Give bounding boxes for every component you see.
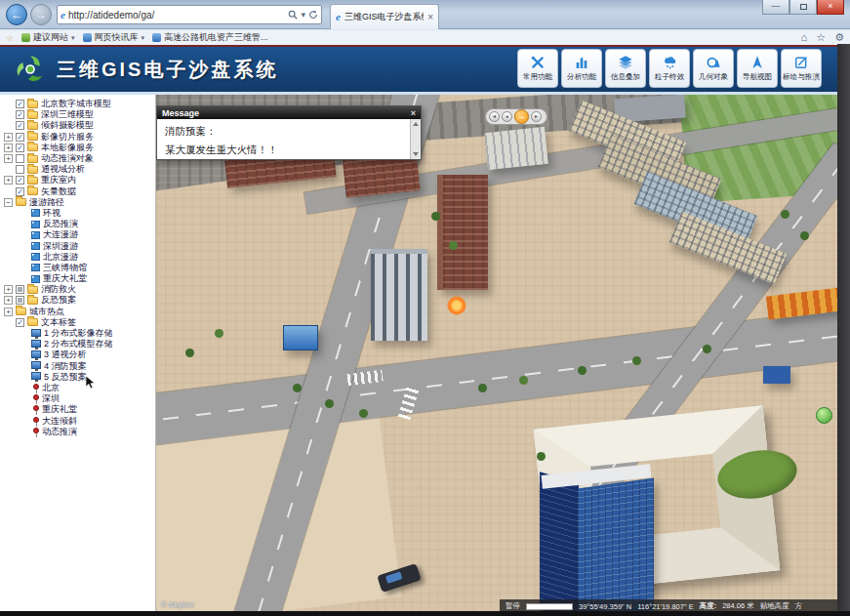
tree-item[interactable]: −漫游路径 [0, 197, 155, 208]
tree-expander-icon[interactable]: + [4, 154, 13, 163]
fire-effect [447, 296, 466, 315]
analysis-functions-button[interactable]: 分析功能 [561, 49, 602, 88]
tree-checkbox[interactable]: ✓ [16, 121, 24, 130]
tools-gear-icon[interactable]: ⚙ [834, 31, 844, 44]
address-bar[interactable]: e ▾ [57, 5, 322, 24]
tree-checkbox[interactable]: ✓ [16, 133, 24, 142]
close-button[interactable]: × [817, 0, 844, 15]
tree-checkbox[interactable] [16, 165, 24, 174]
previous-button[interactable]: ◄ [489, 111, 500, 122]
tree-checkbox[interactable] [16, 154, 24, 163]
maximize-button[interactable] [789, 0, 817, 15]
refresh-icon[interactable] [308, 10, 318, 20]
tree-item[interactable]: +反恐预案 [0, 295, 155, 306]
message-popup-titlebar[interactable]: Message × [157, 106, 421, 119]
tree-item[interactable]: +消防救火 [0, 284, 155, 295]
geometry-objects-button[interactable]: 几何对象 [693, 49, 734, 88]
common-functions-button[interactable]: 常用功能 [517, 49, 558, 88]
playback-control[interactable]: ◄ ● → ► [485, 108, 547, 125]
tree-item[interactable]: 通视域分析 [0, 164, 155, 175]
trees [293, 384, 302, 392]
favorite-highway-site[interactable]: 高速公路机电资产三维管... [152, 31, 268, 44]
tree-checkbox[interactable]: ✓ [16, 144, 24, 152]
favorite-webslice-gallery[interactable]: 网页快讯库 ▾ [83, 31, 145, 44]
address-dropdown-icon[interactable]: ▾ [301, 10, 305, 20]
folder-icon [27, 101, 38, 108]
monitor-icon [31, 372, 41, 380]
close-icon[interactable]: × [411, 108, 416, 118]
record-button[interactable]: ● [502, 111, 512, 122]
tree-checkbox[interactable] [16, 296, 24, 305]
message-line: 某大厦发生重大火情！！ [165, 141, 402, 159]
tree-item[interactable]: 深圳 [0, 393, 155, 404]
tree-item[interactable]: +城市热点 [0, 307, 155, 317]
map-3d-scene[interactable] [156, 95, 837, 612]
tree-item[interactable]: 重庆大礼堂 [0, 273, 155, 284]
back-button[interactable]: ← [6, 4, 27, 25]
tree-expander-icon[interactable]: − [4, 198, 13, 207]
pause-label[interactable]: 暂停 [506, 601, 520, 611]
navigation-view-button[interactable]: 导航视图 [737, 49, 778, 88]
tree-checkbox[interactable]: ✓ [16, 110, 24, 119]
play-button[interactable]: → [514, 109, 529, 124]
search-icon[interactable] [288, 10, 298, 20]
tree-item[interactable]: 重庆礼堂 [0, 404, 155, 415]
minimize-button[interactable]: — [762, 0, 789, 15]
tab-close-icon[interactable]: × [427, 12, 433, 22]
tree-expander-icon[interactable]: + [4, 144, 13, 152]
layers-icon [616, 55, 635, 70]
folder-icon [27, 177, 38, 185]
scroll-up-icon[interactable] [413, 122, 419, 126]
tree-checkbox[interactable]: ✓ [16, 318, 24, 327]
tree-item[interactable]: 动态推演 [0, 427, 155, 437]
path-icon [31, 242, 40, 250]
tree-checkbox[interactable]: ✓ [16, 100, 24, 108]
plot-deduction-button[interactable]: 标绘与推演 [781, 49, 822, 88]
info-overlay-button[interactable]: 信息叠加 [605, 49, 646, 88]
tree-checkbox[interactable] [16, 285, 24, 294]
tree-expander-spacer [4, 110, 13, 119]
plot-icon [791, 55, 811, 70]
tree-item[interactable]: 5 反恐预案 [0, 372, 155, 383]
tree-checkbox[interactable]: ✓ [16, 176, 24, 185]
map-viewport[interactable]: Message × 消防预案： 某大厦发生重大火情！！ ◄ ● → ► 暂停 3… [156, 95, 837, 612]
window-controls: — × [762, 0, 844, 15]
favorites-star-icon[interactable]: ☆ [6, 33, 14, 43]
particle-effects-button[interactable]: 粒子特效 [649, 49, 690, 88]
button-label: 导航视图 [743, 71, 772, 81]
tree-expander-spacer [20, 405, 28, 414]
browser-tab[interactable]: e 三维GIS电子沙盘系统 × [330, 4, 439, 29]
path-icon [31, 253, 40, 261]
favorite-suggested-sites[interactable]: 建议网站 ▾ [21, 31, 75, 44]
tree-expander-icon[interactable]: + [4, 296, 13, 305]
tree-checkbox[interactable]: ✓ [16, 187, 24, 196]
tree-expander-icon[interactable]: + [4, 133, 13, 142]
view-favorites-icon[interactable]: ☆ [816, 31, 826, 44]
tree-item[interactable]: +✓重庆室内 [0, 175, 155, 185]
pin-icon [33, 417, 39, 423]
tree-expander-spacer [20, 209, 28, 218]
truncated-label: 方 [795, 601, 803, 611]
map-marker-button[interactable] [816, 407, 832, 424]
tree-item[interactable]: ✓矢量数据 [0, 186, 155, 197]
folder-icon [16, 198, 26, 206]
monitor-icon [31, 340, 41, 348]
forward-button[interactable]: → [30, 4, 52, 25]
height-mode-label[interactable]: 贴地高度 [760, 601, 789, 611]
url-input[interactable] [68, 10, 286, 21]
next-button[interactable]: ► [531, 111, 542, 122]
tree-expander-icon[interactable]: + [4, 308, 13, 316]
layer-panel[interactable]: ✓北京数字城市模型✓深圳三维模型✓倾斜摄影模型+✓影像切片服务+✓本地影像服务+… [0, 95, 156, 612]
tree-expander-spacer [20, 417, 28, 426]
tree-item[interactable]: 北京 [0, 383, 155, 393]
tree-expander-icon[interactable]: + [4, 285, 13, 294]
tree-expander-icon[interactable]: + [4, 176, 13, 185]
tree-expander-spacer [20, 373, 28, 382]
tree-expander-spacer [4, 165, 13, 174]
tree-item[interactable]: 大连倾斜 [0, 415, 155, 426]
message-popup[interactable]: Message × 消防预案： 某大厦发生重大火情！！ [156, 105, 422, 160]
scrollbar[interactable] [410, 119, 421, 159]
tree-expander-spacer [20, 428, 28, 436]
home-icon[interactable]: ⌂ [801, 31, 808, 44]
scroll-down-icon[interactable] [413, 152, 419, 156]
